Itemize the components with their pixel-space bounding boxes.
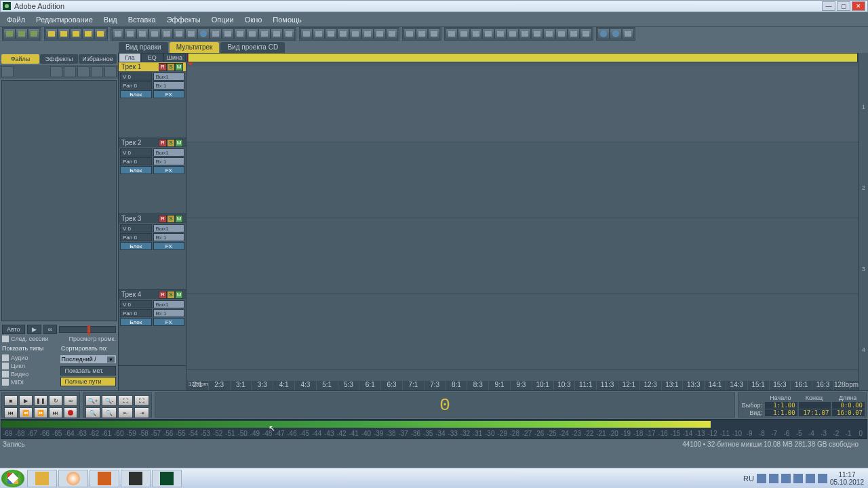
track-4-arm[interactable]: R [159, 291, 167, 299]
tb-folder2[interactable] [58, 28, 70, 39]
tb-save[interactable] [28, 28, 40, 39]
tb-b4[interactable] [337, 28, 349, 39]
tb-folder1[interactable] [45, 28, 58, 39]
tb-a11[interactable] [234, 28, 246, 39]
tb-e1[interactable] [597, 28, 610, 39]
track-4-solo[interactable]: S [167, 291, 175, 299]
track-4-pan[interactable]: Pan 0 [120, 309, 152, 317]
view-end[interactable]: 17:1.07 [799, 409, 831, 416]
track-header-3[interactable]: Трек 3 R S M [119, 214, 186, 223]
stop-button[interactable]: ■ [4, 395, 18, 406]
sel-begin[interactable]: 1:1.00 [765, 402, 797, 409]
tb-b2[interactable] [313, 28, 325, 39]
track-4-in[interactable]: Вх 1 [153, 309, 185, 317]
track-lane-4[interactable] [186, 294, 859, 370]
tb-a13[interactable] [258, 28, 271, 39]
tb-a6[interactable] [173, 28, 185, 39]
tb-open[interactable] [16, 28, 28, 39]
menu-view[interactable]: Вид [98, 14, 123, 26]
track-3-solo[interactable]: S [167, 215, 175, 223]
tb-d3[interactable] [470, 28, 482, 39]
track-3-out[interactable]: Вых1 [153, 224, 185, 232]
files-btn3[interactable] [64, 66, 76, 77]
view-begin[interactable]: 1:1.00 [765, 409, 797, 416]
tray-icon-5[interactable] [806, 474, 815, 483]
track-lane-1[interactable] [186, 66, 859, 142]
tray-icon-1[interactable] [757, 474, 766, 483]
track-2-out[interactable]: Вых1 [153, 148, 185, 157]
track-4-fx[interactable]: FX [153, 318, 185, 326]
track-1-pan[interactable]: Pan 0 [120, 81, 152, 89]
tb-d12[interactable] [580, 28, 592, 39]
track-3-arm[interactable]: R [159, 215, 167, 223]
type-video-check[interactable] [2, 371, 9, 378]
tb-d5[interactable] [494, 28, 507, 39]
track-1-arm[interactable]: R [159, 63, 167, 71]
task-audition[interactable] [152, 470, 182, 487]
tb-b8[interactable] [386, 28, 398, 39]
track-tab-eq[interactable]: EQ [141, 53, 163, 62]
track-3-pan[interactable]: Pan 0 [120, 233, 152, 241]
tb-c1[interactable] [403, 28, 416, 39]
maximize-button[interactable]: ▢ [837, 1, 850, 11]
view-length[interactable]: 16:0.07 [832, 409, 865, 416]
tab-multitrack[interactable]: Мультитрек [170, 42, 220, 53]
panel-tab-favorites[interactable]: Избранное [79, 54, 117, 64]
tb-d9[interactable] [543, 28, 555, 39]
preview-slider[interactable] [59, 326, 116, 333]
record-button[interactable] [64, 407, 77, 418]
tb-a10[interactable] [222, 28, 234, 39]
files-btn4[interactable] [77, 66, 90, 77]
track-tab-bus[interactable]: Шина [163, 53, 186, 62]
track-3-block[interactable]: Блок [120, 242, 152, 250]
track-3-mute[interactable]: M [175, 215, 183, 223]
tb-a12[interactable] [246, 28, 258, 39]
tb-a2[interactable] [124, 28, 136, 39]
lang-indicator[interactable]: RU [743, 474, 754, 483]
tb-c2[interactable] [416, 28, 428, 39]
track-2-vol[interactable]: V 0 [120, 148, 152, 157]
track-1-mute[interactable]: M [175, 63, 183, 71]
sort-dropdown[interactable]: Последний / [60, 355, 117, 363]
track-header-1[interactable]: Трек 1 R S M [119, 62, 186, 71]
close-button[interactable]: ✕ [852, 1, 865, 11]
level-meter[interactable]: -69-68-67-66-65-64-63-62-61-60-59-58-57-… [1, 419, 867, 439]
zoom-left[interactable]: ⇤ [118, 407, 133, 418]
tb-a4[interactable] [149, 28, 161, 39]
track-3-in[interactable]: Вх 1 [153, 233, 185, 241]
track-2-fx[interactable]: FX [153, 166, 185, 174]
track-1-block[interactable]: Блок [120, 90, 152, 98]
type-midi-check[interactable] [2, 379, 9, 386]
rewind-button[interactable]: ⏪ [19, 407, 33, 418]
files-import[interactable] [1, 66, 14, 77]
track-2-in[interactable]: Вх 1 [153, 157, 185, 165]
menu-effects[interactable]: Эффекты [161, 14, 206, 26]
tb-e2[interactable] [610, 28, 622, 39]
zoom-out-v[interactable]: 🔍 [102, 407, 117, 418]
track-lane-3[interactable] [186, 218, 859, 294]
track-1-out[interactable]: Вых1 [153, 73, 185, 81]
tb-a5[interactable] [161, 28, 173, 39]
tb-b1[interactable] [300, 28, 313, 39]
track-1-in[interactable]: Вх 1 [153, 81, 185, 89]
track-1-fx[interactable]: FX [153, 90, 185, 98]
zoom-sel[interactable]: ⛶ [134, 395, 149, 406]
task-powerpoint[interactable] [90, 470, 119, 487]
files-btn2[interactable] [50, 66, 62, 77]
tb-new[interactable] [3, 28, 16, 39]
menu-edit[interactable]: Редактирование [31, 14, 98, 26]
track-1-vol[interactable]: V 0 [120, 73, 152, 81]
type-loop-check[interactable] [2, 363, 9, 369]
menu-file[interactable]: Файл [1, 14, 31, 26]
tb-a3[interactable] [136, 28, 149, 39]
tb-d11[interactable] [568, 28, 580, 39]
track-header-4[interactable]: Трек 4 R S M [119, 290, 186, 299]
tb-a1[interactable] [112, 28, 124, 39]
tb-b3[interactable] [325, 28, 337, 39]
menu-help[interactable]: Помощь [267, 14, 307, 26]
task-media[interactable] [58, 470, 88, 487]
track-3-fx[interactable]: FX [153, 242, 185, 250]
goto-start-button[interactable]: ⏮ [4, 407, 18, 418]
time-display[interactable]: 0 [155, 392, 735, 418]
track-4-mute[interactable]: M [175, 291, 183, 299]
